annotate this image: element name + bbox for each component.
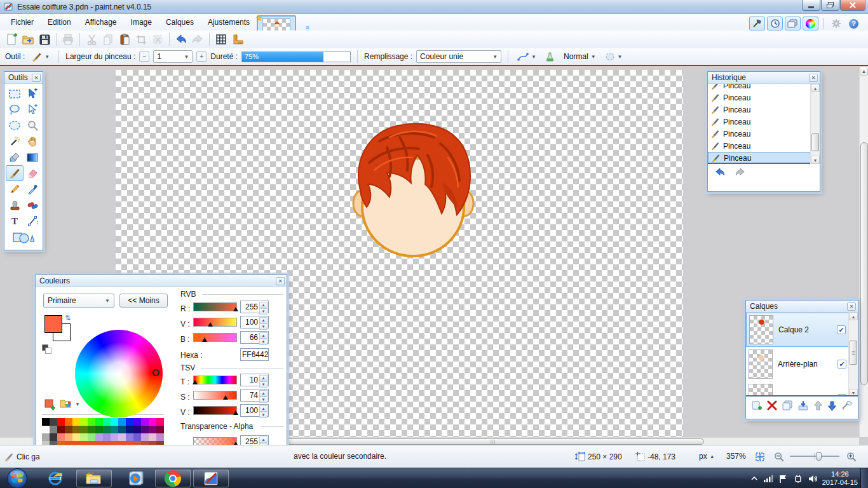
- t-spinner[interactable]: ▲▼: [259, 375, 268, 385]
- s-slider[interactable]: [193, 391, 237, 400]
- copy-button[interactable]: [100, 32, 116, 47]
- tool-gradient[interactable]: [24, 149, 41, 165]
- history-item[interactable]: Pinceau: [708, 92, 820, 104]
- brush-width-combo[interactable]: 1 ▼: [153, 50, 193, 63]
- undo-button[interactable]: [173, 32, 189, 47]
- hex-input[interactable]: FF6442: [240, 348, 269, 361]
- vertical-scrollbar[interactable]: ▲: [859, 66, 868, 437]
- volume-icon[interactable]: [808, 475, 817, 483]
- print-button[interactable]: [60, 32, 76, 47]
- tray-expand-icon[interactable]: [751, 476, 757, 481]
- history-scroll-thumb[interactable]: [811, 133, 819, 151]
- menu-edition[interactable]: Edition: [41, 15, 78, 29]
- tool-zoom[interactable]: [24, 118, 41, 133]
- hardness-slider[interactable]: 75%: [241, 51, 351, 62]
- palette-swatch[interactable]: [118, 418, 126, 426]
- palette-swatch[interactable]: [149, 426, 156, 433]
- tool-text[interactable]: T: [6, 213, 24, 229]
- layer-visible-checkbox[interactable]: ✔: [837, 394, 846, 396]
- history-undo-button[interactable]: [713, 167, 727, 177]
- ruler-button[interactable]: [230, 32, 245, 47]
- slider-marker[interactable]: [233, 307, 238, 311]
- palette-swatch[interactable]: [141, 418, 149, 426]
- primary-color-swatch[interactable]: [44, 315, 62, 333]
- palette-swatch[interactable]: [133, 418, 141, 426]
- brush-width-increase-button[interactable]: +: [196, 51, 207, 62]
- palette-swatch[interactable]: [95, 418, 103, 426]
- v-input[interactable]: 100▲▼: [240, 316, 269, 329]
- palette-swatch[interactable]: [156, 433, 164, 441]
- layer-row-calque-3[interactable]: Calque 3 ✔: [746, 381, 858, 396]
- palette-swatch[interactable]: [65, 418, 72, 426]
- selection-mode-dropdown[interactable]: ▼: [602, 51, 625, 62]
- palette-swatch[interactable]: [133, 433, 141, 441]
- layers-panel-header[interactable]: Calques ✕: [746, 301, 858, 313]
- network-icon[interactable]: [763, 475, 773, 482]
- current-tool-dropdown[interactable]: ▼: [29, 50, 52, 64]
- tool-move-selection[interactable]: [24, 102, 41, 118]
- taskbar-chrome[interactable]: [155, 470, 191, 487]
- layer-row-calque-2[interactable]: Calque 2 ✔: [746, 313, 858, 347]
- fill-style-combo[interactable]: Couleur unie ▼: [416, 50, 501, 63]
- save-button[interactable]: [37, 32, 52, 47]
- v2-spinner[interactable]: ▲▼: [259, 405, 268, 416]
- blend-mode-dropdown[interactable]: Normal ▼: [561, 51, 599, 62]
- toggle-colors-button[interactable]: [803, 17, 818, 30]
- menu-fichier[interactable]: Fichier: [4, 15, 41, 29]
- layers-scroll-thumb[interactable]: ☰: [850, 341, 857, 365]
- palette-swatch[interactable]: [57, 418, 65, 426]
- palette-swatch[interactable]: [80, 433, 88, 441]
- tool-line-curve[interactable]: 2: [24, 213, 41, 229]
- palette-swatch[interactable]: [42, 433, 50, 441]
- default-colors-icon[interactable]: [42, 344, 52, 355]
- layer-visible-checkbox[interactable]: ✔: [837, 360, 846, 369]
- add-to-palette-button[interactable]: [44, 399, 56, 410]
- taskbar-windows-explorer[interactable]: [76, 470, 112, 487]
- palette-swatch[interactable]: [72, 426, 80, 433]
- menu-ajustements[interactable]: Ajustements: [201, 15, 257, 29]
- b-input[interactable]: 66▲▼: [240, 331, 269, 344]
- history-item[interactable]: Pinceau: [708, 128, 820, 140]
- tool-eraser[interactable]: [24, 165, 41, 181]
- palette-swatch[interactable]: [111, 426, 118, 433]
- tool-paint-bucket[interactable]: [6, 149, 24, 165]
- new-button[interactable]: [4, 32, 19, 47]
- menu-affichage[interactable]: Affichage: [78, 15, 124, 29]
- palette-swatch[interactable]: [118, 426, 126, 433]
- color-wheel-selector[interactable]: [153, 369, 159, 376]
- palette-swatch[interactable]: [103, 418, 111, 426]
- smoothing-dropdown[interactable]: ▼: [515, 51, 539, 62]
- settings-button[interactable]: [828, 17, 844, 30]
- palette-swatch[interactable]: [80, 418, 88, 426]
- palette-swatch[interactable]: [42, 418, 50, 426]
- palette-swatch[interactable]: [57, 426, 65, 433]
- palette-swatch[interactable]: [156, 418, 164, 426]
- slider-marker[interactable]: [223, 395, 228, 400]
- menu-calques[interactable]: Calques: [159, 15, 201, 29]
- history-scrollbar[interactable]: ▲ ▼: [810, 84, 820, 164]
- palette-swatch[interactable]: [65, 426, 72, 433]
- layers-panel-close-button[interactable]: ✕: [847, 302, 856, 311]
- tool-clone-stamp[interactable]: [6, 197, 24, 213]
- v2-input[interactable]: 100▲▼: [240, 404, 269, 417]
- zoom-slider-thumb[interactable]: [816, 452, 822, 461]
- layer-row-arriere-plan[interactable]: Arrière-plan ✔: [746, 347, 858, 381]
- history-scroll-up[interactable]: ▲: [811, 84, 820, 92]
- toggle-layers-button[interactable]: [785, 17, 801, 30]
- zoom-slider[interactable]: [790, 452, 839, 461]
- slider-marker[interactable]: [233, 410, 238, 415]
- minimize-button[interactable]: [802, 0, 820, 11]
- slider-marker[interactable]: [208, 322, 213, 327]
- tool-pencil[interactable]: [6, 181, 24, 197]
- zoom-out-button[interactable]: [774, 452, 784, 462]
- slider-marker[interactable]: [202, 337, 207, 342]
- palette-swatch[interactable]: [141, 426, 149, 433]
- color-wheel[interactable]: [75, 330, 163, 417]
- antialias-button[interactable]: [543, 50, 557, 63]
- palette-swatch[interactable]: [141, 433, 149, 441]
- history-item[interactable]: Pinceau: [708, 152, 820, 164]
- r-slider[interactable]: [193, 302, 237, 311]
- taskbar-clock[interactable]: 14:26 2017-04-15: [820, 470, 858, 487]
- r-input[interactable]: 255▲▼: [240, 301, 269, 313]
- palette-swatch[interactable]: [50, 426, 57, 433]
